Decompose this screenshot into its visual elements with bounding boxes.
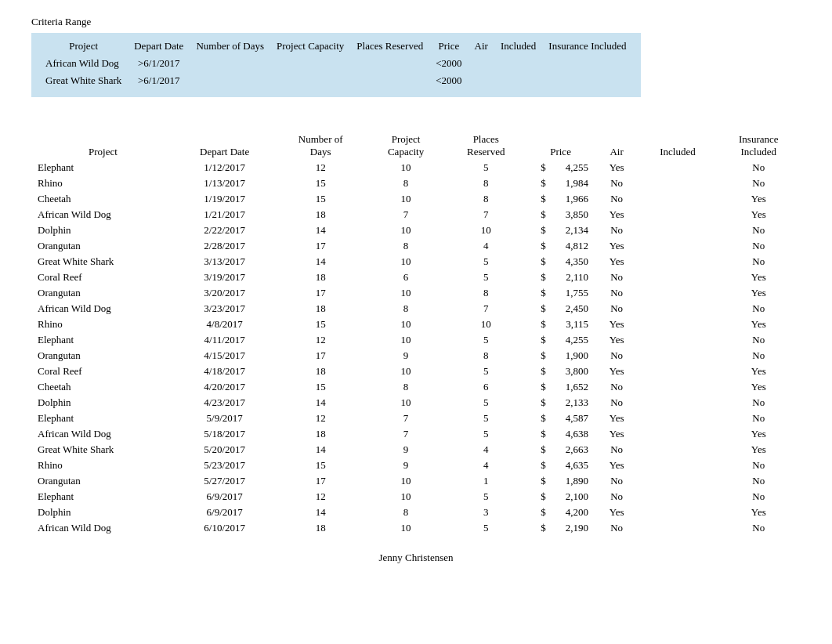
main-cell-project-capacity: 10: [367, 160, 445, 175]
criteria-cell-depart-date: >6/1/2017: [128, 72, 190, 89]
main-cell-number-of-days: 14: [275, 442, 367, 458]
criteria-cell-project-capacity: [270, 72, 350, 89]
main-cell-project-capacity: 8: [367, 301, 445, 317]
main-cell-insurance-included: No: [717, 489, 801, 505]
main-cell-price-dollar: $: [526, 458, 548, 473]
main-cell-included: [638, 160, 716, 175]
main-cell-number-of-days: 12: [275, 332, 367, 348]
main-cell-depart-date: 5/23/2017: [175, 458, 275, 473]
main-cell-insurance-included: Yes: [717, 379, 801, 395]
main-cell-places-reserved: 7: [445, 207, 526, 223]
main-cell-price-dollar: $: [526, 254, 548, 270]
main-cell-number-of-days: 18: [275, 364, 367, 379]
main-cell-project-capacity: 10: [367, 489, 445, 505]
main-cell-air: No: [595, 223, 638, 238]
main-table-row: African Wild Dog 3/23/2017 18 8 7 $ 2,45…: [31, 301, 801, 317]
main-cell-project-capacity: 7: [367, 207, 445, 223]
criteria-cell-project-capacity: [270, 55, 350, 72]
main-cell-places-reserved: 5: [445, 426, 526, 442]
main-cell-places-reserved: 4: [445, 442, 526, 458]
main-cell-places-reserved: 5: [445, 395, 526, 411]
main-cell-depart-date: 4/18/2017: [175, 364, 275, 379]
main-cell-insurance-included: No: [717, 238, 801, 254]
main-cell-project-capacity: 8: [367, 379, 445, 395]
main-cell-project: African Wild Dog: [31, 520, 175, 536]
criteria-cell-price: <2000: [429, 72, 468, 89]
main-cell-places-reserved: 4: [445, 238, 526, 254]
criteria-col-depart-date: Depart Date: [128, 38, 190, 55]
criteria-col-number-of-days: Number of Days: [190, 38, 270, 55]
main-cell-depart-date: 1/12/2017: [175, 160, 275, 175]
main-cell-number-of-days: 18: [275, 207, 367, 223]
main-cell-price-amount: 4,200: [548, 505, 595, 520]
main-cell-price-dollar: $: [526, 207, 548, 223]
main-cell-project-capacity: 7: [367, 426, 445, 442]
main-cell-price-dollar: $: [526, 191, 548, 207]
main-cell-depart-date: 3/20/2017: [175, 285, 275, 301]
main-cell-places-reserved: 5: [445, 160, 526, 175]
main-cell-project-capacity: 8: [367, 238, 445, 254]
main-cell-included: [638, 520, 716, 536]
main-col-price: Price: [526, 132, 595, 160]
main-cell-price-amount: 2,110: [548, 270, 595, 285]
main-cell-places-reserved: 7: [445, 301, 526, 317]
main-cell-number-of-days: 17: [275, 348, 367, 364]
main-table-row: Dolphin 6/9/2017 14 8 3 $ 4,200 Yes Yes: [31, 505, 801, 520]
main-cell-included: [638, 348, 716, 364]
main-cell-project-capacity: 7: [367, 411, 445, 426]
main-cell-depart-date: 3/13/2017: [175, 254, 275, 270]
main-cell-number-of-days: 18: [275, 270, 367, 285]
main-cell-price-amount: 3,850: [548, 207, 595, 223]
main-cell-project-capacity: 10: [367, 520, 445, 536]
main-cell-air: No: [595, 520, 638, 536]
main-cell-air: Yes: [595, 426, 638, 442]
main-cell-places-reserved: 6: [445, 379, 526, 395]
main-cell-air: No: [595, 348, 638, 364]
main-cell-number-of-days: 15: [275, 458, 367, 473]
main-cell-number-of-days: 17: [275, 238, 367, 254]
main-cell-depart-date: 1/13/2017: [175, 175, 275, 191]
main-cell-depart-date: 4/11/2017: [175, 332, 275, 348]
main-cell-price-dollar: $: [526, 332, 548, 348]
main-cell-project: Cheetah: [31, 191, 175, 207]
main-cell-depart-date: 6/9/2017: [175, 505, 275, 520]
criteria-cell-project: African Wild Dog: [39, 55, 128, 72]
main-cell-price-dollar: $: [526, 364, 548, 379]
criteria-col-project: Project: [39, 38, 128, 55]
main-cell-included: [638, 411, 716, 426]
main-table-row: Coral Reef 3/19/2017 18 6 5 $ 2,110 No Y…: [31, 270, 801, 285]
main-table-row: Orangutan 4/15/2017 17 9 8 $ 1,900 No No: [31, 348, 801, 364]
main-cell-insurance-included: Yes: [717, 191, 801, 207]
main-cell-places-reserved: 8: [445, 175, 526, 191]
main-cell-price-dollar: $: [526, 317, 548, 332]
main-cell-price-amount: 2,134: [548, 223, 595, 238]
main-cell-air: Yes: [595, 254, 638, 270]
criteria-cell-included: [494, 72, 542, 89]
main-cell-insurance-included: No: [717, 473, 801, 489]
main-cell-price-amount: 2,190: [548, 520, 595, 536]
main-table-row: Elephant 6/9/2017 12 10 5 $ 2,100 No No: [31, 489, 801, 505]
criteria-cell-insurance-included: [542, 55, 632, 72]
main-cell-included: [638, 223, 716, 238]
main-cell-air: No: [595, 442, 638, 458]
main-cell-project: Elephant: [31, 332, 175, 348]
criteria-col-insurance-included: Insurance Included: [542, 38, 632, 55]
main-cell-price-amount: 2,100: [548, 489, 595, 505]
criteria-table: Project Depart Date Number of Days Proje…: [39, 38, 633, 89]
main-cell-number-of-days: 18: [275, 520, 367, 536]
main-cell-depart-date: 5/27/2017: [175, 473, 275, 489]
criteria-header-row: Project Depart Date Number of Days Proje…: [39, 38, 633, 55]
main-cell-insurance-included: No: [717, 254, 801, 270]
main-cell-insurance-included: No: [717, 411, 801, 426]
main-cell-air: No: [595, 270, 638, 285]
main-table-row: Cheetah 1/19/2017 15 10 8 $ 1,966 No Yes: [31, 191, 801, 207]
main-cell-number-of-days: 15: [275, 175, 367, 191]
criteria-col-air: Air: [468, 38, 494, 55]
main-cell-air: No: [595, 191, 638, 207]
main-cell-depart-date: 4/23/2017: [175, 395, 275, 411]
main-cell-depart-date: 1/19/2017: [175, 191, 275, 207]
main-cell-included: [638, 175, 716, 191]
main-cell-included: [638, 395, 716, 411]
main-cell-included: [638, 238, 716, 254]
main-cell-project: Elephant: [31, 489, 175, 505]
